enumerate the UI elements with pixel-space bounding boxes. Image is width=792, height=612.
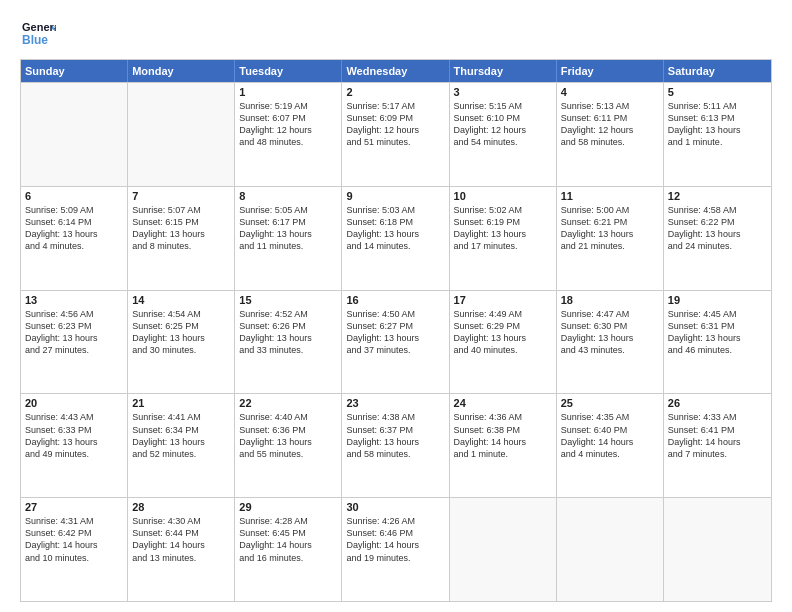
calendar-cell-13: 13Sunrise: 4:56 AMSunset: 6:23 PMDayligh… xyxy=(21,291,128,394)
weekday-header-sunday: Sunday xyxy=(21,60,128,82)
cell-line: Daylight: 13 hours xyxy=(25,332,123,344)
cell-line: Sunrise: 5:09 AM xyxy=(25,204,123,216)
cell-line: Sunrise: 5:15 AM xyxy=(454,100,552,112)
cell-line: and 1 minute. xyxy=(454,448,552,460)
cell-line: Sunset: 6:09 PM xyxy=(346,112,444,124)
day-number: 7 xyxy=(132,190,230,202)
svg-text:Blue: Blue xyxy=(22,33,48,47)
day-number: 18 xyxy=(561,294,659,306)
cell-line: Sunset: 6:33 PM xyxy=(25,424,123,436)
cell-line: Daylight: 14 hours xyxy=(561,436,659,448)
cell-line: and 49 minutes. xyxy=(25,448,123,460)
cell-line: Sunset: 6:29 PM xyxy=(454,320,552,332)
cell-line: Sunrise: 4:40 AM xyxy=(239,411,337,423)
cell-line: and 54 minutes. xyxy=(454,136,552,148)
calendar-cell-14: 14Sunrise: 4:54 AMSunset: 6:25 PMDayligh… xyxy=(128,291,235,394)
cell-line: Daylight: 13 hours xyxy=(561,228,659,240)
cell-line: Sunrise: 4:58 AM xyxy=(668,204,767,216)
cell-line: and 27 minutes. xyxy=(25,344,123,356)
cell-line: and 4 minutes. xyxy=(25,240,123,252)
cell-line: and 43 minutes. xyxy=(561,344,659,356)
day-number: 21 xyxy=(132,397,230,409)
calendar-header-row: SundayMondayTuesdayWednesdayThursdayFrid… xyxy=(21,60,771,82)
cell-line: Daylight: 12 hours xyxy=(239,124,337,136)
day-number: 26 xyxy=(668,397,767,409)
calendar-cell-26: 26Sunrise: 4:33 AMSunset: 6:41 PMDayligh… xyxy=(664,394,771,497)
day-number: 3 xyxy=(454,86,552,98)
cell-line: Sunset: 6:11 PM xyxy=(561,112,659,124)
cell-line: Daylight: 14 hours xyxy=(346,539,444,551)
cell-line: Sunset: 6:22 PM xyxy=(668,216,767,228)
day-number: 15 xyxy=(239,294,337,306)
cell-line: Sunset: 6:36 PM xyxy=(239,424,337,436)
day-number: 19 xyxy=(668,294,767,306)
cell-line: and 16 minutes. xyxy=(239,552,337,564)
cell-line: Daylight: 13 hours xyxy=(239,228,337,240)
day-number: 16 xyxy=(346,294,444,306)
cell-line: Sunrise: 4:47 AM xyxy=(561,308,659,320)
cell-line: and 33 minutes. xyxy=(239,344,337,356)
cell-line: Sunset: 6:38 PM xyxy=(454,424,552,436)
day-number: 13 xyxy=(25,294,123,306)
calendar-cell-6: 6Sunrise: 5:09 AMSunset: 6:14 PMDaylight… xyxy=(21,187,128,290)
cell-line: Sunrise: 5:03 AM xyxy=(346,204,444,216)
cell-line: Daylight: 12 hours xyxy=(346,124,444,136)
cell-line: Sunset: 6:40 PM xyxy=(561,424,659,436)
cell-line: and 30 minutes. xyxy=(132,344,230,356)
cell-line: Daylight: 13 hours xyxy=(454,228,552,240)
cell-line: and 19 minutes. xyxy=(346,552,444,564)
calendar-cell-22: 22Sunrise: 4:40 AMSunset: 6:36 PMDayligh… xyxy=(235,394,342,497)
calendar-cell-21: 21Sunrise: 4:41 AMSunset: 6:34 PMDayligh… xyxy=(128,394,235,497)
cell-line: Daylight: 13 hours xyxy=(454,332,552,344)
calendar-cell-12: 12Sunrise: 4:58 AMSunset: 6:22 PMDayligh… xyxy=(664,187,771,290)
calendar: SundayMondayTuesdayWednesdayThursdayFrid… xyxy=(20,59,772,602)
cell-line: Daylight: 13 hours xyxy=(346,332,444,344)
cell-line: Sunrise: 4:45 AM xyxy=(668,308,767,320)
cell-line: Sunrise: 4:56 AM xyxy=(25,308,123,320)
cell-line: and 46 minutes. xyxy=(668,344,767,356)
cell-line: Sunset: 6:23 PM xyxy=(25,320,123,332)
calendar-row-4: 20Sunrise: 4:43 AMSunset: 6:33 PMDayligh… xyxy=(21,393,771,497)
cell-line: Sunrise: 4:38 AM xyxy=(346,411,444,423)
day-number: 22 xyxy=(239,397,337,409)
cell-line: Sunrise: 5:17 AM xyxy=(346,100,444,112)
cell-line: Daylight: 13 hours xyxy=(132,228,230,240)
cell-line: and 8 minutes. xyxy=(132,240,230,252)
cell-line: Sunrise: 5:00 AM xyxy=(561,204,659,216)
cell-line: Sunrise: 4:30 AM xyxy=(132,515,230,527)
cell-line: Sunrise: 4:28 AM xyxy=(239,515,337,527)
calendar-cell-11: 11Sunrise: 5:00 AMSunset: 6:21 PMDayligh… xyxy=(557,187,664,290)
cell-line: Sunset: 6:27 PM xyxy=(346,320,444,332)
weekday-header-wednesday: Wednesday xyxy=(342,60,449,82)
cell-line: Sunrise: 5:11 AM xyxy=(668,100,767,112)
cell-line: Daylight: 13 hours xyxy=(132,332,230,344)
cell-line: and 24 minutes. xyxy=(668,240,767,252)
calendar-body: 1Sunrise: 5:19 AMSunset: 6:07 PMDaylight… xyxy=(21,82,771,601)
cell-line: Daylight: 14 hours xyxy=(239,539,337,551)
calendar-row-2: 6Sunrise: 5:09 AMSunset: 6:14 PMDaylight… xyxy=(21,186,771,290)
cell-line: Daylight: 13 hours xyxy=(346,436,444,448)
day-number: 2 xyxy=(346,86,444,98)
calendar-cell-24: 24Sunrise: 4:36 AMSunset: 6:38 PMDayligh… xyxy=(450,394,557,497)
calendar-cell-4: 4Sunrise: 5:13 AMSunset: 6:11 PMDaylight… xyxy=(557,83,664,186)
calendar-cell-23: 23Sunrise: 4:38 AMSunset: 6:37 PMDayligh… xyxy=(342,394,449,497)
cell-line: Daylight: 12 hours xyxy=(454,124,552,136)
calendar-cell-29: 29Sunrise: 4:28 AMSunset: 6:45 PMDayligh… xyxy=(235,498,342,601)
day-number: 10 xyxy=(454,190,552,202)
cell-line: Sunrise: 4:33 AM xyxy=(668,411,767,423)
cell-line: Sunrise: 4:50 AM xyxy=(346,308,444,320)
cell-line: Sunset: 6:17 PM xyxy=(239,216,337,228)
calendar-cell-empty xyxy=(664,498,771,601)
cell-line: and 52 minutes. xyxy=(132,448,230,460)
calendar-cell-9: 9Sunrise: 5:03 AMSunset: 6:18 PMDaylight… xyxy=(342,187,449,290)
cell-line: and 51 minutes. xyxy=(346,136,444,148)
cell-line: Sunrise: 5:07 AM xyxy=(132,204,230,216)
calendar-cell-10: 10Sunrise: 5:02 AMSunset: 6:19 PMDayligh… xyxy=(450,187,557,290)
cell-line: Sunset: 6:30 PM xyxy=(561,320,659,332)
cell-line: and 55 minutes. xyxy=(239,448,337,460)
day-number: 6 xyxy=(25,190,123,202)
cell-line: Daylight: 14 hours xyxy=(668,436,767,448)
cell-line: Sunset: 6:42 PM xyxy=(25,527,123,539)
cell-line: Sunrise: 4:35 AM xyxy=(561,411,659,423)
cell-line: Daylight: 14 hours xyxy=(25,539,123,551)
